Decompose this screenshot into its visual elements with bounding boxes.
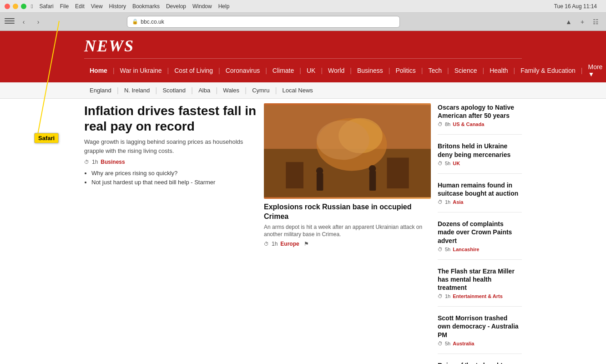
maximize-button[interactable] [21,4,26,9]
clock-icon-r4: ⏱ [438,293,443,299]
right-story-meta-2: ⏱ 1h Asia [438,199,522,205]
center-story-image [264,103,431,199]
right-story-6[interactable]: Ruins of 'lost church' exposed in low re… [438,361,522,364]
svg-rect-9 [369,171,376,190]
featured-title[interactable]: Inflation drives fastest fall in real pa… [84,103,257,134]
back-button[interactable]: ‹ [18,16,29,27]
nav-local-news[interactable]: Local News [277,82,318,98]
lock-icon: 🔒 [132,19,138,25]
toolbar-actions: ▲ + ☷ [563,16,601,27]
right-story-4[interactable]: The Flash star Ezra Miller has mental he… [438,267,522,299]
nav-alba[interactable]: Alba [193,82,216,98]
clock-icon-r5: ⏱ [438,341,443,346]
right-story-title-6[interactable]: Ruins of 'lost church' exposed in low re… [438,361,522,364]
divider [438,212,522,212]
nav-tech[interactable]: Tech [423,62,447,79]
sidebar-toggle[interactable] [5,18,15,25]
nav-business[interactable]: Business [352,62,389,79]
svg-rect-5 [286,162,303,188]
window-menu[interactable]: Window [192,3,212,10]
share-button[interactable]: ▲ [563,16,574,27]
center-story-desc: An arms depot is hit a week after an app… [264,223,431,239]
right-story-meta-5: ⏱ 5h Australia [438,341,522,346]
url-text[interactable]: bbc.co.uk [141,19,164,25]
right-story-title-3[interactable]: Dozens of complaints made over Crown Pai… [438,220,522,245]
center-story-time: 1h [272,241,278,247]
history-menu[interactable]: History [109,3,126,10]
bbc-page: NEWS Home | War in Ukraine | Cost of Liv… [0,31,606,364]
bullet-1[interactable]: Why are prices rising so quickly? [91,170,257,177]
right-story-title-2[interactable]: Human remains found in suitcase bought a… [438,181,522,197]
mac-menu-bar:  Safari File Edit View History Bookmark… [31,3,229,10]
divider [438,306,522,307]
window-controls[interactable] [5,4,26,9]
nav-family[interactable]: Family & Education [515,62,581,79]
center-story-tag[interactable]: Europe [280,241,299,247]
nav-climate[interactable]: Climate [267,62,299,79]
edit-menu[interactable]: Edit [75,3,85,10]
tab-overview-button[interactable]: ☷ [591,16,601,27]
featured-story: Inflation drives fastest fall in real pa… [84,103,257,364]
nav-world[interactable]: World [323,62,350,79]
center-story[interactable]: Explosions rock Russian base in occupied… [264,103,431,364]
nav-coronavirus[interactable]: Coronavirus [220,62,265,79]
right-story-meta-0: ⏱ 8h US & Canada [438,121,522,127]
address-bar[interactable]: 🔒 bbc.co.uk [127,16,400,28]
right-story-meta-4: ⏱ 1h Entertainment & Arts [438,293,522,299]
right-story-1[interactable]: Britons held in Ukraine deny being merce… [438,142,522,166]
right-story-0[interactable]: Oscars apology to Native American after … [438,103,522,127]
bullet-2[interactable]: Not just hardest up that need bill help … [91,179,257,186]
svg-point-10 [369,165,376,172]
center-story-title[interactable]: Explosions rock Russian base in occupied… [264,202,431,222]
right-story-title-5[interactable]: Scott Morrison trashed own democracy - A… [438,314,522,339]
center-story-meta: ⏱ 1h Europe ⚑ [264,241,431,247]
right-story-title-4[interactable]: The Flash star Ezra Miller has mental he… [438,267,522,292]
divider [438,134,522,135]
close-button[interactable] [5,4,10,9]
right-story-2[interactable]: Human remains found in suitcase bought a… [438,181,522,205]
featured-tag[interactable]: Business [101,159,125,165]
right-story-meta-1: ⏱ 5h UK [438,161,522,166]
clock-icon-r2: ⏱ [438,199,443,205]
new-tab-button[interactable]: + [577,16,588,27]
nav-home[interactable]: Home [84,62,113,79]
divider [438,259,522,260]
svg-rect-7 [317,173,323,191]
nav-uk[interactable]: UK [301,62,321,79]
right-story-5[interactable]: Scott Morrison trashed own democracy - A… [438,314,522,346]
help-menu[interactable]: Help [218,3,230,10]
nav-england[interactable]: England [84,82,117,98]
nav-science[interactable]: Science [449,62,483,79]
right-story-title-1[interactable]: Britons held in Ukraine deny being merce… [438,142,522,158]
nav-wales[interactable]: Wales [217,82,245,98]
right-story-meta-3: ⏱ 5h Lancashire [438,247,522,252]
forward-button[interactable]: › [33,16,44,27]
nav-politics[interactable]: Politics [390,62,421,79]
minimize-button[interactable] [13,4,18,9]
right-stories: Oscars apology to Native American after … [438,103,522,364]
nav-cost-of-living[interactable]: Cost of Living [169,62,218,79]
primary-nav: Home | War in Ukraine | Cost of Living |… [84,58,522,82]
file-menu[interactable]: File [60,3,69,10]
nav-more[interactable]: More ▼ [582,59,606,82]
nav-nireland[interactable]: N. Ireland [119,82,155,98]
bookmarks-menu[interactable]: Bookmarks [132,3,160,10]
apple-menu[interactable]:  [31,3,33,10]
bbc-header: NEWS Home | War in Ukraine | Cost of Liv… [0,31,606,82]
divider [438,173,522,174]
clock-icon-center: ⏱ [264,241,269,247]
nav-scotland[interactable]: Scotland [157,82,191,98]
view-menu[interactable]: View [91,3,103,10]
clock-icon: ⏱ [84,159,89,165]
right-story-title-0[interactable]: Oscars apology to Native American after … [438,103,522,120]
right-story-3[interactable]: Dozens of complaints made over Crown Pai… [438,220,522,252]
nav-cymru[interactable]: Cymru [247,82,275,98]
safari-menu[interactable]: Safari [39,3,53,10]
divider [438,354,522,354]
develop-menu[interactable]: Develop [166,3,186,10]
bookmark-icon[interactable]: ⚑ [304,241,309,247]
nav-health[interactable]: Health [484,62,513,79]
svg-point-4 [317,120,369,160]
featured-bullets: Why are prices rising so quickly? Not ju… [91,170,257,186]
nav-ukraine[interactable]: War in Ukraine [115,62,167,79]
